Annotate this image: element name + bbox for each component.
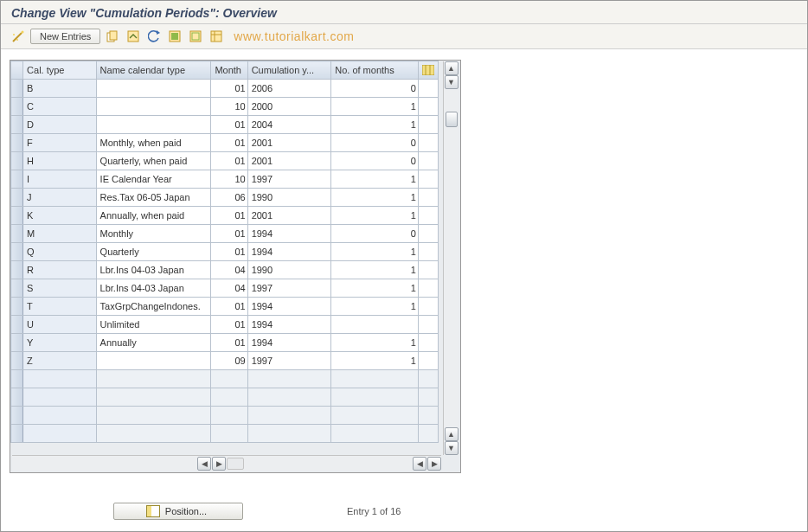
cell-caltype[interactable]: I [23,170,97,189]
cell-caltype[interactable]: J [23,189,97,207]
col-months[interactable]: No. of months [331,61,419,80]
table-row-empty[interactable] [11,425,439,443]
cell-month[interactable]: 01 [211,116,247,134]
row-selector[interactable] [11,243,23,261]
cell-year[interactable]: 1990 [247,261,331,279]
table-row[interactable]: MMonthly0119940 [11,225,439,243]
scroll-left-icon[interactable]: ◀ [197,457,211,471]
undo-icon[interactable] [145,28,163,45]
cell-name[interactable]: Quarterly [96,243,211,261]
table-row[interactable]: HQuarterly, when paid0120010 [11,152,439,170]
table-row[interactable]: UUnlimited011994 [11,316,439,334]
row-selector[interactable] [11,279,23,298]
cell-name[interactable]: Annually [96,334,211,352]
table-row[interactable]: TTaxGrpChangeIndones.0119941 [11,298,439,316]
cell-caltype[interactable]: U [23,316,97,334]
cell-month[interactable]: 09 [211,352,247,370]
cell-months[interactable]: 1 [331,170,419,189]
cell-month[interactable]: 04 [211,261,247,279]
cell-month[interactable]: 01 [211,207,247,225]
cell-name[interactable]: Quarterly, when paid [96,152,211,170]
cell-name[interactable]: Monthly, when paid [96,134,211,152]
scroll-up-icon[interactable]: ▲ [445,61,459,75]
cell-caltype[interactable]: M [23,225,97,243]
cell-months[interactable]: 1 [331,243,419,261]
cell-name[interactable]: IE Calendar Year [96,170,211,189]
scroll-up-step-icon[interactable]: ▲ [445,427,459,441]
row-selector-header[interactable] [11,61,23,80]
table-settings-icon[interactable] [208,28,225,45]
col-caltype[interactable]: Cal. type [23,61,97,80]
cell-months[interactable]: 0 [331,80,419,98]
cell-months[interactable]: 1 [331,352,419,370]
hscroll-left[interactable]: ◀ ▶ [197,456,244,471]
cell-year[interactable]: 1994 [247,316,331,334]
table-row[interactable]: FMonthly, when paid0120010 [11,134,439,152]
cell-caltype[interactable]: H [23,152,97,170]
cell-month[interactable]: 01 [211,334,247,352]
table-row-empty[interactable] [11,407,439,425]
cell-name[interactable]: Res.Tax 06-05 Japan [96,189,211,207]
cell-name[interactable]: Unlimited [96,316,211,334]
table-row[interactable]: RLbr.Ins 04-03 Japan0419901 [11,261,439,279]
row-selector[interactable] [11,334,23,352]
row-selector[interactable] [11,189,23,207]
cell-caltype[interactable]: F [23,134,97,152]
row-selector[interactable] [11,261,23,279]
cell-year[interactable]: 1994 [247,334,331,352]
cell-months[interactable] [331,316,419,334]
col-month[interactable]: Month [211,61,247,80]
row-selector[interactable] [11,352,23,370]
cell-month[interactable]: 01 [211,152,247,170]
cell-months[interactable]: 1 [331,298,419,316]
cell-months[interactable]: 1 [331,261,419,279]
cell-year[interactable]: 1997 [247,279,331,298]
cell-year[interactable]: 1994 [247,243,331,261]
vertical-scrollbar[interactable]: ▲ ▼ ▲ ▼ [443,61,459,455]
cell-name[interactable] [96,80,211,98]
table-row-empty[interactable] [11,370,439,388]
cell-caltype[interactable]: S [23,279,97,298]
row-selector[interactable] [11,298,23,316]
cell-month[interactable]: 01 [211,243,247,261]
cell-caltype[interactable]: C [23,98,97,116]
table-row[interactable]: KAnnually, when paid0120011 [11,207,439,225]
table-row[interactable]: JRes.Tax 06-05 Japan0619901 [11,189,439,207]
table-row[interactable]: SLbr.Ins 04-03 Japan0419971 [11,279,439,298]
cell-year[interactable]: 1990 [247,189,331,207]
scroll-right-icon-2[interactable]: ▶ [427,457,441,471]
row-selector[interactable] [11,170,23,189]
cell-caltype[interactable]: Z [23,352,97,370]
cell-month[interactable]: 10 [211,170,247,189]
cell-month[interactable]: 01 [211,316,247,334]
copy-icon[interactable] [104,28,121,45]
cell-months[interactable]: 1 [331,98,419,116]
cell-year[interactable]: 1994 [247,225,331,243]
cell-month[interactable]: 01 [211,225,247,243]
hscroll-right[interactable]: ◀ ▶ [413,456,441,471]
cell-month[interactable]: 01 [211,80,247,98]
cell-name[interactable]: Lbr.Ins 04-03 Japan [96,279,211,298]
scroll-down-step-icon[interactable]: ▼ [445,75,459,89]
save-icon[interactable] [125,28,142,45]
cell-name[interactable] [96,116,211,134]
table-row[interactable]: C1020001 [11,98,439,116]
cell-name[interactable]: Monthly [96,225,211,243]
cell-year[interactable]: 2000 [247,98,331,116]
scroll-down-icon[interactable]: ▼ [445,441,459,455]
cell-year[interactable]: 1994 [247,298,331,316]
col-year[interactable]: Cumulation y... [247,61,331,80]
cell-caltype[interactable]: K [23,207,97,225]
table-row[interactable]: B0120060 [11,80,439,98]
row-selector[interactable] [11,207,23,225]
scroll-right-icon[interactable]: ▶ [212,457,226,471]
row-selector[interactable] [11,316,23,334]
hscroll-track-left[interactable] [227,458,244,470]
col-name[interactable]: Name calendar type [96,61,211,80]
row-selector[interactable] [11,116,23,134]
table-row[interactable]: Z0919971 [11,352,439,370]
cell-months[interactable]: 1 [331,334,419,352]
table-row[interactable]: QQuarterly0119941 [11,243,439,261]
cell-caltype[interactable]: R [23,261,97,279]
select-all-icon[interactable] [166,28,183,45]
